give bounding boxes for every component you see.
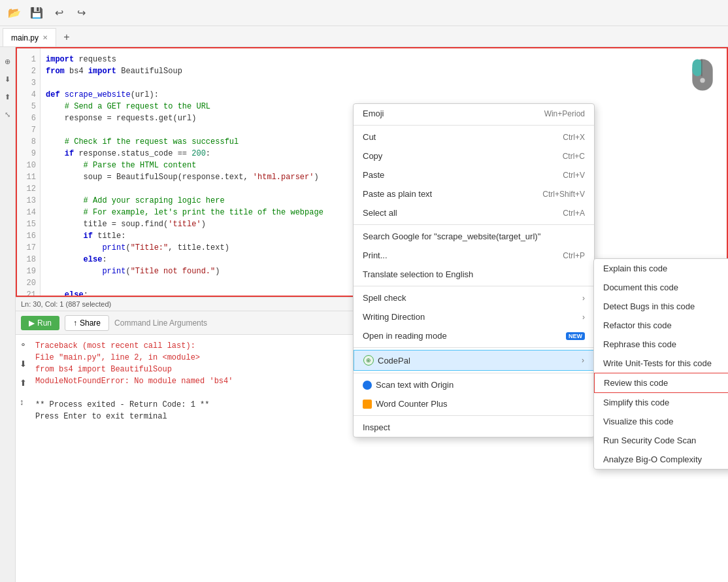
scan-icon: [363, 381, 372, 390]
emoji-label: Emoji: [363, 109, 384, 118]
context-select-all[interactable]: Select all Ctrl+A: [354, 203, 594, 222]
toolbar: 📂 💾 ↩ ↪: [0, 0, 728, 26]
codepal-icon: ⊕: [363, 355, 374, 366]
context-reading-mode[interactable]: Open in reading mode NEW: [354, 326, 594, 345]
separator-4: [354, 347, 594, 348]
context-word-counter[interactable]: Word Counter Plus: [354, 394, 594, 413]
cut-shortcut: Ctrl+X: [563, 133, 585, 142]
sidebar-icon-1[interactable]: ⊕: [5, 58, 10, 66]
codepal-arrow: ›: [582, 356, 584, 365]
context-cut[interactable]: Cut Ctrl+X: [354, 128, 594, 146]
submenu-big-o[interactable]: Analyze Big-O Complexity: [594, 450, 728, 469]
run-label: Run: [37, 318, 52, 328]
scan-label: Scan text with Origin: [376, 380, 454, 390]
sidebar-icon-4[interactable]: ⤡: [5, 111, 10, 119]
save-icon[interactable]: 💾: [27, 4, 46, 22]
undo-icon[interactable]: ↩: [50, 4, 68, 22]
context-inspect[interactable]: Inspect: [354, 418, 594, 437]
submenu-explain[interactable]: Explain this code: [594, 259, 728, 278]
paste-label: Paste: [363, 170, 384, 180]
sidebar-icon-2[interactable]: ⬇: [5, 75, 10, 84]
paste-plain-label: Paste as plain text: [363, 189, 432, 199]
context-translate[interactable]: Translate selection to English: [354, 265, 594, 284]
spell-check-label: Spell check: [363, 293, 406, 303]
wc-left: Word Counter Plus: [363, 399, 448, 409]
new-tab-button[interactable]: +: [59, 29, 74, 45]
context-copy[interactable]: Copy Ctrl+C: [354, 146, 594, 165]
copy-label: Copy: [363, 151, 382, 161]
folder-open-icon[interactable]: 📂: [5, 4, 24, 22]
writing-direction-arrow: ›: [582, 313, 585, 322]
reading-mode-label: Open in reading mode: [363, 331, 447, 341]
context-paste-plain[interactable]: Paste as plain text Ctrl+Shift+V: [354, 184, 594, 203]
terminal-icon-2: ⬇: [20, 359, 27, 369]
reading-mode-badge: NEW: [566, 332, 585, 340]
context-search-google[interactable]: Search Google for "scrape_website(target…: [354, 227, 594, 246]
context-codepal[interactable]: ⊕ CodePal ›: [354, 350, 594, 371]
paste-shortcut: Ctrl+V: [563, 171, 585, 180]
context-scan-origin[interactable]: Scan text with Origin: [354, 375, 594, 394]
print-shortcut: Ctrl+P: [563, 251, 585, 260]
inspect-label: Inspect: [363, 422, 390, 432]
submenu-rephrase[interactable]: Rephrase this code: [594, 335, 728, 354]
share-icon: ↑: [73, 318, 77, 328]
tab-close-icon[interactable]: ✕: [42, 34, 48, 41]
tab-bar: main.py ✕ +: [0, 26, 728, 47]
submenu-document[interactable]: Document this code: [594, 278, 728, 297]
search-google-label: Search Google for "scrape_website(target…: [363, 231, 540, 241]
copy-shortcut: Ctrl+C: [563, 152, 585, 161]
run-button[interactable]: ▶ Run: [21, 316, 59, 330]
command-line-args: Command Line Arguments: [114, 318, 207, 328]
editor-status: Ln: 30, Col: 1 (887 selected): [21, 300, 111, 308]
submenu-simplify[interactable]: Simplify this code: [594, 393, 728, 412]
paste-plain-shortcut: Ctrl+Shift+V: [542, 190, 585, 199]
separator-3: [354, 286, 594, 286]
translate-label: Translate selection to English: [363, 269, 473, 279]
submenu-detect-bugs[interactable]: Detect Bugs in this code: [594, 297, 728, 316]
context-writing-direction[interactable]: Writing Direction ›: [354, 307, 594, 326]
share-label: Share: [80, 318, 101, 328]
scan-left: Scan text with Origin: [363, 380, 454, 390]
separator-1: [354, 125, 594, 126]
context-emoji[interactable]: Emoji Win+Period: [354, 104, 594, 123]
line-numbers: 123456789101112131415161718192021222324: [17, 48, 41, 296]
emoji-shortcut: Win+Period: [544, 109, 585, 118]
context-spell-check[interactable]: Spell check ›: [354, 288, 594, 307]
select-all-label: Select all: [363, 208, 397, 218]
submenu-refactor[interactable]: Refactor this code: [594, 316, 728, 335]
codepal-left: ⊕ CodePal: [363, 355, 410, 366]
sidebar-icons: ⊕ ⬇ ⬆ ⤡: [0, 47, 16, 582]
wc-label: Word Counter Plus: [376, 399, 448, 409]
svg-point-3: [700, 78, 704, 82]
svg-rect-2: [701, 60, 702, 77]
svg-rect-1: [692, 60, 703, 77]
context-print[interactable]: Print... Ctrl+P: [354, 246, 594, 265]
context-paste[interactable]: Paste Ctrl+V: [354, 165, 594, 184]
run-icon: ▶: [29, 318, 35, 328]
print-label: Print...: [363, 250, 388, 260]
spell-check-arrow: ›: [582, 294, 585, 303]
mouse-icon: [686, 56, 719, 95]
select-all-shortcut: Ctrl+A: [563, 209, 585, 218]
context-menu: Emoji Win+Period Cut Ctrl+X Copy Ctrl+C …: [353, 103, 595, 437]
writing-direction-label: Writing Direction: [363, 312, 425, 322]
submenu-visualize[interactable]: Visualize this code: [594, 412, 728, 431]
codepal-label: CodePal: [378, 356, 410, 366]
submenu-review[interactable]: Review this code: [594, 373, 728, 393]
codepal-submenu: Explain this code Document this code Det…: [593, 258, 728, 470]
terminal-icon-3: ⬆: [20, 378, 27, 388]
terminal-icon-4: ↕: [20, 397, 27, 407]
cut-label: Cut: [363, 132, 376, 142]
separator-5: [354, 373, 594, 373]
redo-icon[interactable]: ↪: [72, 4, 90, 22]
separator-6: [354, 415, 594, 416]
sidebar-icon-3[interactable]: ⬆: [5, 93, 10, 101]
tab-label: main.py: [11, 33, 39, 43]
submenu-unit-tests[interactable]: Write Unit-Tests for this code: [594, 354, 728, 373]
wc-icon: [363, 400, 372, 409]
submenu-security-scan[interactable]: Run Security Code Scan: [594, 431, 728, 450]
separator-2: [354, 224, 594, 225]
terminal-icon-1: ⚬: [20, 340, 27, 350]
share-button[interactable]: ↑ Share: [65, 315, 109, 331]
tab-main-py[interactable]: main.py ✕: [3, 28, 56, 46]
